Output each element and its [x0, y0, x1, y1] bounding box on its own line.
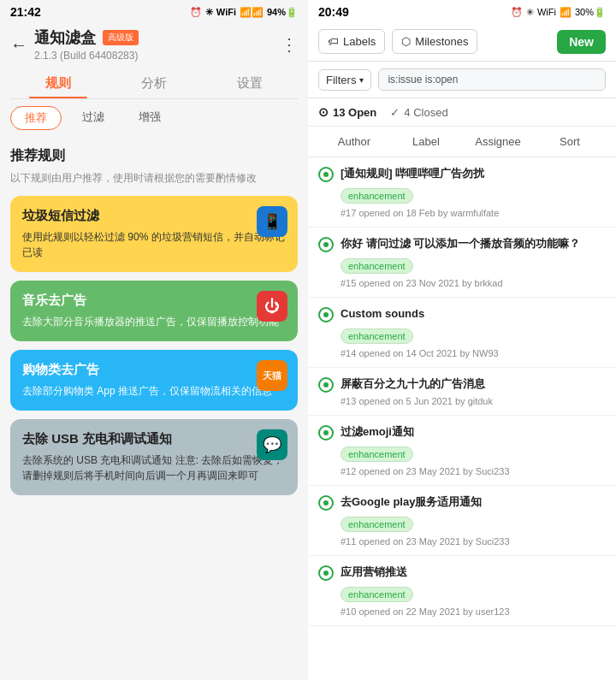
issue-item[interactable]: 去Google play服务适用通知 enhancement #11 opene… [308, 486, 616, 556]
filters-button[interactable]: Filters ▾ [318, 69, 371, 91]
issue-title-row: 过滤emoji通知 [318, 424, 606, 441]
issue-tag: enhancement [341, 188, 413, 204]
tab-settings[interactable]: 设置 [202, 68, 298, 98]
issue-item[interactable]: [通知规则] 哔哩哔哩广告勿扰 enhancement #17 opened o… [308, 157, 616, 228]
card-title-shopping: 购物类去广告 [22, 362, 286, 378]
rule-card-music-ad[interactable]: ⏻ 音乐去广告 去除大部分音乐播放器的推送广告，仅保留播放控制功能 [10, 281, 298, 341]
issue-item[interactable]: 屏蔽百分之九十九的广告消息 #13 opened on 5 Jun 2021 b… [308, 368, 616, 416]
chevron-down-icon: ▾ [359, 75, 364, 85]
tab-analysis[interactable]: 分析 [106, 68, 202, 98]
issue-tag: enhancement [341, 517, 413, 532]
issue-title: 你好 请问过滤 可以添加一个播放音频的功能嘛？ [341, 236, 580, 251]
issues-status-bar: ⊙ 13 Open ✓ 4 Closed [308, 98, 616, 127]
search-input[interactable]: is:issue is:open [378, 68, 606, 91]
closed-status[interactable]: ✓ 4 Closed [390, 106, 447, 119]
issue-open-icon [318, 377, 334, 393]
wifi-icon-right: WiFi [537, 7, 556, 17]
status-bar-left: 21:42 ⏰ ✳ WiFi 📶📶 94%🔋 [0, 0, 308, 22]
issue-title-row: [通知规则] 哔哩哔哩广告勿扰 [318, 166, 606, 182]
issue-title-row: 屏蔽百分之九十九的广告消息 [318, 376, 606, 393]
card-desc-spam: 使用此规则以轻松过滤 90% 的垃圾营销短信，并自动标记已读 [22, 229, 286, 260]
card-icon-music: ⏻ [257, 291, 287, 322]
issues-list: [通知规则] 哔哩哔哩广告勿扰 enhancement #17 opened o… [308, 157, 616, 680]
issue-meta: #13 opened on 5 Jun 2021 by gitduk [341, 396, 606, 406]
rule-card-spam-sms[interactable]: 📱 垃圾短信过滤 使用此规则以轻松过滤 90% 的垃圾营销短信，并自动标记已读 [10, 196, 298, 272]
issue-open-icon [318, 167, 334, 182]
right-panel: 20:49 ⏰ ✳ WiFi 📶 30%🔋 🏷 Labels ⬡ Milesto… [308, 0, 616, 680]
app-title: 通知滤盒 [34, 27, 96, 48]
rule-card-shopping-ad[interactable]: 天猫 购物类去广告 去除部分购物类 App 推送广告，仅保留物流相关的信息 [10, 350, 298, 411]
card-icon-spam: 📱 [257, 206, 287, 237]
issue-title: [通知规则] 哔哩哔哩广告勿扰 [341, 166, 484, 181]
card-title-music: 音乐去广告 [22, 293, 286, 309]
card-desc-usb: 去除系统的 USB 充电和调试通知 注意: 去除后如需恢复，请删掉规则后将手机时… [22, 452, 286, 483]
check-icon: ✓ [390, 106, 400, 119]
issue-open-icon [318, 307, 334, 322]
issue-title: 应用营销推送 [341, 565, 407, 580]
issue-meta: #14 opened on 14 Oct 2021 by NW93 [341, 348, 606, 358]
subtab-filter[interactable]: 过滤 [68, 106, 118, 130]
repo-header: 🏷 Labels ⬡ Milestones New [308, 22, 616, 62]
issue-tag: enhancement [341, 587, 413, 602]
issue-title: 屏蔽百分之九十九的广告消息 [341, 376, 485, 392]
issue-title-row: 你好 请问过滤 可以添加一个播放音频的功能嘛？ [318, 236, 606, 252]
issue-tag: enhancement [341, 446, 413, 462]
issue-title-row: 去Google play服务适用通知 [318, 494, 606, 511]
issue-open-icon [318, 565, 334, 581]
issue-meta: #10 opened on 22 May 2021 by user123 [341, 606, 606, 617]
rule-card-usb[interactable]: 💬 去除 USB 充电和调试通知 去除系统的 USB 充电和调试通知 注意: 去… [10, 419, 298, 495]
milestones-button[interactable]: ⬡ Milestones [392, 29, 477, 54]
subtab-enhance[interactable]: 增强 [125, 106, 175, 130]
card-title-usb: 去除 USB 充电和调试通知 [22, 431, 286, 447]
section-title: 推荐规则 [10, 147, 298, 165]
more-button[interactable]: ⋮ [281, 34, 298, 55]
premium-badge: 高级版 [103, 30, 139, 45]
status-icons-left: ⏰ ✳ WiFi 📶📶 94%🔋 [190, 7, 298, 18]
time-left: 21:42 [10, 5, 41, 19]
issue-meta: #17 opened on 18 Feb by warmfulfate [341, 208, 606, 218]
bluetooth-icon: ✳ [205, 7, 213, 18]
search-row: Filters ▾ is:issue is:open [318, 68, 606, 91]
label-icon: 🏷 [328, 35, 339, 48]
battery-left: 94%🔋 [267, 7, 298, 18]
issue-item[interactable]: 过滤emoji通知 enhancement #12 opened on 23 M… [308, 416, 616, 486]
issue-title: Custom sounds [341, 306, 424, 322]
tmall-icon: 天猫 [263, 370, 281, 382]
filter-assignee[interactable]: Assignee [462, 130, 534, 153]
new-button[interactable]: New [557, 30, 606, 54]
status-icons-right: ⏰ ✳ WiFi 📶 30%🔋 [511, 7, 606, 18]
issue-item[interactable]: Custom sounds enhancement #14 opened on … [308, 298, 616, 368]
back-button[interactable]: ← [10, 35, 27, 55]
issue-open-icon [318, 495, 334, 511]
subtab-recommend[interactable]: 推荐 [10, 106, 62, 130]
main-tabs-left: 规则 分析 设置 [0, 68, 308, 98]
battery-right: 30%🔋 [575, 7, 606, 18]
alarm-icon-right: ⏰ [511, 7, 523, 18]
left-panel: 21:42 ⏰ ✳ WiFi 📶📶 94%🔋 ← 通知滤盒 高级版 2.1.3 … [0, 0, 308, 680]
power-icon: ⏻ [264, 298, 280, 316]
filter-author[interactable]: Author [318, 130, 390, 153]
issue-tag: enhancement [341, 258, 413, 274]
card-icon-shopping: 天猫 [257, 360, 287, 391]
search-bar: Filters ▾ is:issue is:open [308, 62, 616, 98]
issue-tag: enhancement [341, 328, 413, 344]
milestone-icon: ⬡ [401, 35, 411, 48]
issue-item[interactable]: 你好 请问过滤 可以添加一个播放音频的功能嘛？ enhancement #15 … [308, 228, 616, 298]
filter-label[interactable]: Label [390, 130, 462, 153]
phone-icon: 📱 [263, 212, 281, 231]
section-desc: 以下规则由用户推荐，使用时请根据您的需要酌情修改 [10, 170, 298, 186]
issues-filter-bar: Author Label Assignee Sort [308, 127, 616, 157]
labels-button[interactable]: 🏷 Labels [318, 29, 385, 54]
time-right: 20:49 [318, 5, 349, 19]
issue-title-row: Custom sounds [318, 306, 606, 322]
issue-meta: #11 opened on 23 May 2021 by Suci233 [341, 536, 606, 547]
filter-sort[interactable]: Sort [534, 130, 606, 153]
tab-rules[interactable]: 规则 [10, 68, 106, 98]
title-row: 通知滤盒 高级版 [34, 27, 281, 48]
issue-open-icon [318, 425, 334, 441]
issue-item[interactable]: 应用营销推送 enhancement #10 opened on 22 May … [308, 556, 616, 626]
open-status[interactable]: ⊙ 13 Open [318, 105, 376, 119]
open-circle-icon: ⊙ [318, 105, 329, 119]
card-title-spam: 垃圾短信过滤 [22, 208, 286, 224]
alarm-icon: ⏰ [190, 7, 202, 18]
